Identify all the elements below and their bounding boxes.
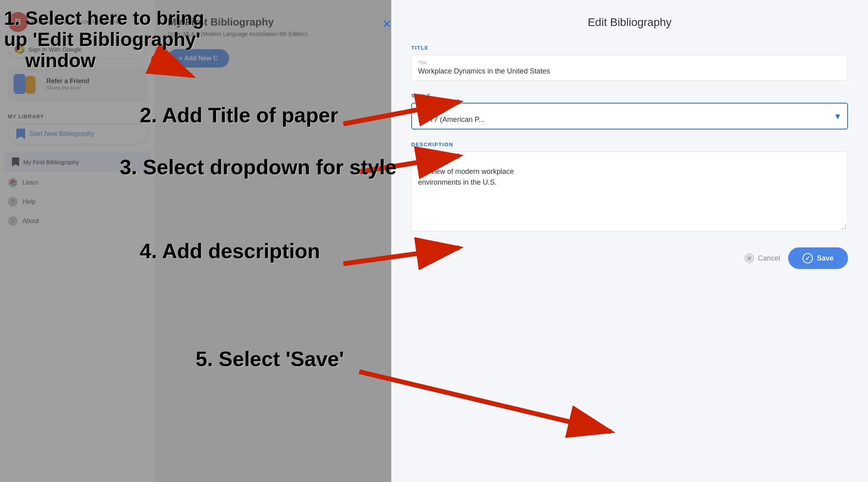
description-section-label: DESCRIPTION (411, 141, 848, 147)
title-section-label: TITLE (411, 45, 848, 51)
style-dropdown-label: Style (418, 108, 841, 114)
title-field-value: Workplace Dynamics in the United States (418, 67, 841, 76)
panel-title: Edit Bibliography (411, 16, 848, 29)
save-button[interactable]: ✓ Save (788, 247, 848, 269)
close-button[interactable]: ✕ (379, 17, 394, 31)
checkmark-icon: ✓ (803, 253, 813, 263)
cancel-label: Cancel (758, 254, 780, 263)
description-field[interactable]: Description A review of modern workplace… (411, 151, 848, 231)
cancel-button[interactable]: ✕ Cancel (744, 253, 780, 263)
style-section-label: STYLE (411, 93, 848, 99)
resize-handle (840, 224, 846, 229)
chevron-down-icon: ▼ (834, 112, 842, 121)
title-field[interactable]: Title Workplace Dynamics in the United S… (411, 55, 848, 81)
edit-bibliography-panel: ✕ Edit Bibliography TITLE Title Workplac… (391, 0, 868, 482)
panel-footer: ✕ Cancel ✓ Save (411, 247, 848, 269)
save-label: Save (817, 254, 834, 263)
overlay (0, 0, 391, 482)
cancel-icon: ✕ (744, 253, 755, 263)
style-dropdown-value: APA 7 (American P... (418, 116, 841, 124)
title-field-placeholder: Title (418, 60, 841, 66)
style-dropdown[interactable]: Style APA 7 (American P... ▼ (411, 103, 848, 129)
description-value: A review of modern workplaceenvironments… (418, 166, 841, 188)
description-placeholder: Description (418, 157, 841, 163)
